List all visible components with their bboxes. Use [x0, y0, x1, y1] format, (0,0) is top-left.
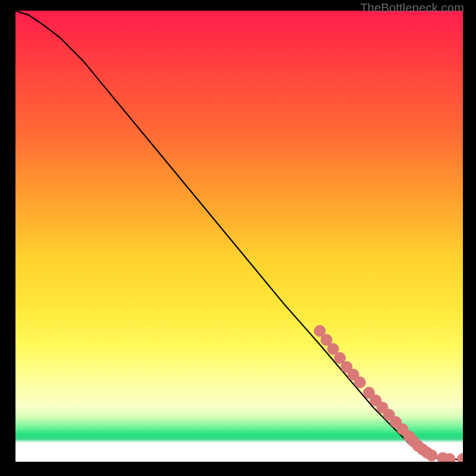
- data-point: [355, 377, 366, 388]
- attribution-label: TheBottleneck.com: [360, 1, 464, 15]
- data-point: [458, 453, 464, 462]
- bottleneck-curve: [15, 11, 463, 459]
- chart-stage: TheBottleneck.com: [0, 0, 476, 476]
- data-point: [426, 450, 437, 461]
- chart-overlay: [15, 11, 463, 462]
- data-points: [314, 325, 463, 462]
- plot-area: [15, 11, 463, 462]
- data-point: [444, 453, 455, 462]
